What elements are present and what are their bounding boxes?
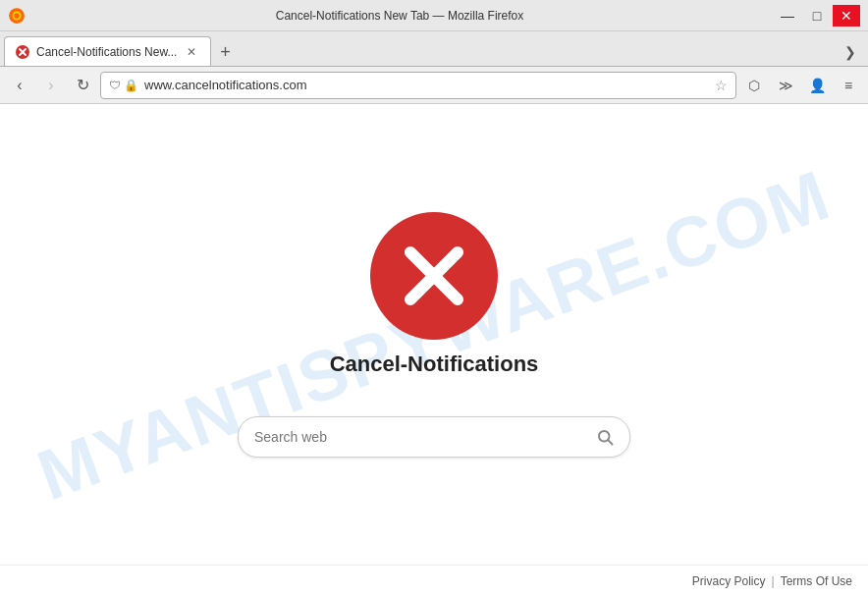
nav-bar: ‹ › ↻ 🛡 🔒 ☆ ⬡ ≫ 👤 ≡ [0, 67, 868, 104]
address-icons: 🛡 🔒 [109, 79, 138, 92]
title-bar: Cancel-Notifications New Tab — Mozilla F… [0, 0, 868, 31]
terms-of-use-link[interactable]: Terms Of Use [781, 574, 852, 588]
search-input[interactable] [254, 429, 596, 445]
forward-button[interactable]: › [37, 72, 65, 99]
address-input[interactable] [144, 78, 709, 92]
search-button[interactable] [596, 428, 614, 446]
profile-button[interactable]: 👤 [803, 72, 831, 99]
site-name: Cancel-Notifications [330, 352, 539, 377]
tab-label: Cancel-Notifications New... [36, 45, 177, 59]
address-bar[interactable]: 🛡 🔒 ☆ [100, 72, 736, 99]
close-button[interactable]: ✕ [833, 5, 860, 27]
tab-close-button[interactable]: ✕ [183, 43, 200, 61]
browser-window: Cancel-Notifications New Tab — Mozilla F… [0, 0, 868, 596]
shield-icon: 🛡 [109, 79, 121, 92]
privacy-policy-link[interactable]: Privacy Policy [692, 574, 766, 588]
svg-point-2 [14, 13, 20, 19]
maximize-button[interactable]: □ [803, 5, 831, 27]
lock-icon: 🔒 [124, 79, 138, 92]
tab-favicon [15, 44, 30, 60]
bookmark-star-icon[interactable]: ☆ [715, 78, 728, 93]
menu-button[interactable]: ≡ [835, 72, 862, 99]
minimize-button[interactable]: — [774, 5, 801, 27]
reload-button[interactable]: ↻ [69, 72, 96, 99]
search-container [238, 416, 630, 458]
search-icon [596, 428, 614, 446]
title-bar-left [8, 7, 26, 25]
extensions-button[interactable]: ≫ [772, 72, 799, 99]
new-tab-button[interactable]: + [211, 38, 239, 66]
nav-right-icons: ⬡ ≫ 👤 ≡ [740, 72, 862, 99]
title-controls: — □ ✕ [774, 5, 860, 27]
tab-list-button[interactable]: ❯ [837, 38, 864, 66]
logo-area: Cancel-Notifications [330, 212, 539, 377]
footer-separator: | [772, 574, 775, 588]
firefox-icon [8, 7, 26, 25]
tab-bar: Cancel-Notifications New... ✕ + ❯ [0, 31, 868, 67]
window-title: Cancel-Notifications New Tab — Mozilla F… [26, 9, 774, 23]
x-icon [400, 242, 468, 310]
active-tab[interactable]: Cancel-Notifications New... ✕ [4, 36, 211, 66]
svg-line-7 [608, 440, 612, 444]
footer: Privacy Policy | Terms Of Use [0, 565, 868, 596]
page-content: MYANTISPYWARE.COM Cancel-Notifications [0, 104, 868, 565]
back-button[interactable]: ‹ [6, 72, 33, 99]
pocket-button[interactable]: ⬡ [740, 72, 768, 99]
cancel-notifications-logo [370, 212, 498, 340]
